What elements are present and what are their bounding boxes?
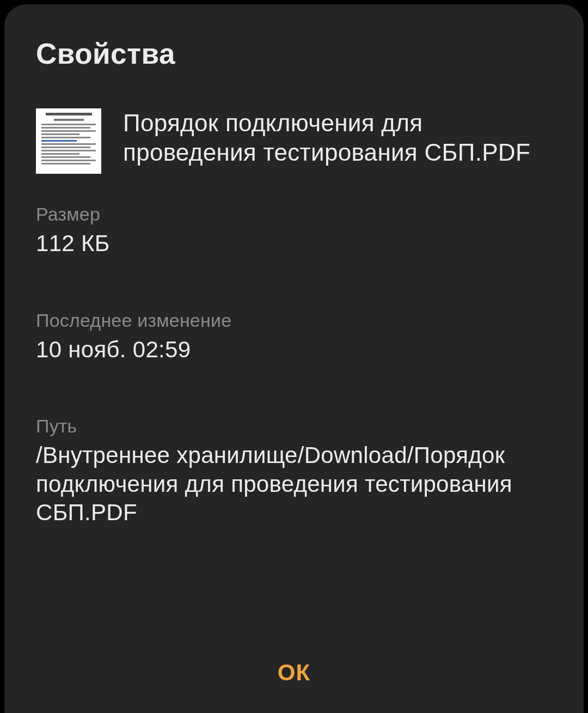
path-label: Путь: [36, 416, 552, 437]
pdf-thumbnail-icon: [36, 108, 101, 174]
modified-value: 10 нояб. 02:59: [36, 336, 552, 364]
path-section: Путь /Внутреннее хранилище/Download/Поря…: [36, 416, 552, 527]
dialog-title: Свойства: [36, 37, 552, 70]
size-value: 112 КБ: [36, 229, 552, 258]
file-header: Порядок подключения для проведения тести…: [36, 108, 552, 174]
properties-dialog: Свойства Порядок подключения для проведе…: [4, 4, 584, 713]
dialog-footer: ОК: [36, 638, 552, 691]
size-section: Размер 112 КБ: [36, 204, 552, 258]
modified-label: Последнее изменение: [36, 310, 552, 331]
ok-button[interactable]: ОК: [261, 654, 327, 691]
modified-section: Последнее изменение 10 нояб. 02:59: [36, 310, 552, 364]
size-label: Размер: [36, 204, 552, 225]
path-value: /Внутреннее хранилище/Download/Порядок п…: [36, 441, 552, 527]
file-name: Порядок подключения для проведения тести…: [123, 108, 552, 167]
